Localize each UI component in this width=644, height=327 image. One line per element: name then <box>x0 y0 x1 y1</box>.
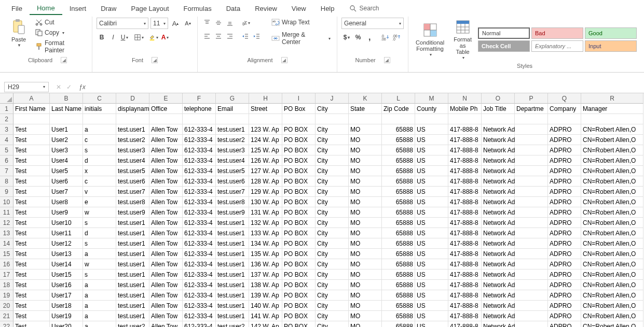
cell[interactable]: Test <box>13 207 50 218</box>
cell[interactable]: Test <box>13 321 50 327</box>
cell[interactable] <box>482 114 515 124</box>
cell[interactable]: test.user1 <box>116 290 149 301</box>
cell[interactable]: v <box>83 187 116 197</box>
cell[interactable]: ADPRO <box>548 176 581 187</box>
cell[interactable] <box>515 135 548 145</box>
cell[interactable]: test.user2 <box>116 321 149 327</box>
cell[interactable]: 65888 <box>382 218 415 228</box>
cell[interactable]: 65888 <box>382 228 415 238</box>
cell[interactable]: Network Admin <box>482 166 515 176</box>
cell[interactable]: 612-333-4 <box>183 145 216 155</box>
cell[interactable]: test.user1 <box>116 249 149 259</box>
cell[interactable]: Allen Tow <box>149 145 183 155</box>
row-header[interactable]: 13 <box>0 228 13 238</box>
cell[interactable] <box>382 114 415 124</box>
cell[interactable]: 138 W. Ap <box>249 280 282 290</box>
cell[interactable]: Network Admin <box>482 228 515 238</box>
column-header[interactable]: F <box>183 93 216 104</box>
cell[interactable]: Network Admin <box>482 249 515 259</box>
cell[interactable]: User17 <box>50 290 83 301</box>
cell[interactable]: 65888 <box>382 124 415 135</box>
cell[interactable]: telephone <box>183 104 216 114</box>
cell[interactable]: MO <box>349 269 382 280</box>
cell[interactable] <box>515 238 548 249</box>
cell[interactable]: User19 <box>50 311 83 321</box>
cell[interactable] <box>515 259 548 269</box>
cell[interactable]: 65888 <box>382 249 415 259</box>
cell[interactable] <box>515 269 548 280</box>
cell[interactable] <box>249 114 282 124</box>
dialog-launcher-icon[interactable]: ◢ <box>281 57 287 63</box>
tab-home[interactable]: Home <box>30 2 62 15</box>
cell[interactable]: MO <box>349 249 382 259</box>
cell[interactable]: 417-888-8 <box>448 187 482 197</box>
cell[interactable]: test.user1 <box>216 269 249 280</box>
cell[interactable]: CN=Robert Allen,O <box>581 311 643 321</box>
cell[interactable]: CN=Robert Allen,O <box>581 135 643 145</box>
italic-button[interactable]: I <box>108 32 118 42</box>
cell[interactable]: Test <box>13 218 50 228</box>
row-header[interactable]: 12 <box>0 218 13 228</box>
cell[interactable]: initials <box>83 104 116 114</box>
cell[interactable]: User7 <box>50 187 83 197</box>
cell[interactable]: PO BOX <box>282 249 316 259</box>
cell[interactable]: Test <box>13 269 50 280</box>
borders-button[interactable]: ▾ <box>134 32 144 42</box>
font-color-button[interactable]: A▾ <box>160 32 170 42</box>
cell[interactable] <box>515 290 548 301</box>
cell[interactable]: test.user1 <box>216 280 249 290</box>
dialog-launcher-icon[interactable]: ◢ <box>61 57 67 63</box>
align-middle-button[interactable] <box>213 18 224 28</box>
cell[interactable]: User4 <box>50 155 83 166</box>
cell[interactable]: City <box>316 124 349 135</box>
cell[interactable]: 65888 <box>382 259 415 269</box>
cell[interactable]: test.user1 <box>116 259 149 269</box>
cell[interactable]: test.user1 <box>116 269 149 280</box>
fx-icon[interactable]: ƒx <box>79 83 86 91</box>
cell[interactable]: Network Admin <box>482 269 515 280</box>
cell[interactable]: test.user6 <box>216 176 249 187</box>
cell[interactable]: CN=Robert Allen,O <box>581 166 643 176</box>
cell[interactable]: Allen Tow <box>149 135 183 145</box>
cell[interactable]: PO BOX <box>282 207 316 218</box>
cell[interactable]: 140 W. Ap <box>249 301 282 311</box>
cell[interactable]: US <box>415 207 448 218</box>
cell[interactable]: s <box>83 145 116 155</box>
column-header[interactable]: A <box>13 93 50 104</box>
tab-data[interactable]: Data <box>219 3 248 15</box>
cell[interactable]: User9 <box>50 207 83 218</box>
cell-style-input[interactable]: Input <box>585 40 637 52</box>
cell[interactable]: CN=Robert Allen,O <box>581 321 643 327</box>
wrap-text-button[interactable]: ab Wrap Text <box>269 18 333 27</box>
cell[interactable]: PO BOX <box>282 311 316 321</box>
cell[interactable]: US <box>415 135 448 145</box>
cell[interactable]: City <box>316 290 349 301</box>
cell[interactable]: US <box>415 145 448 155</box>
cell[interactable]: 417-888-8 <box>448 228 482 238</box>
cell[interactable]: Allen Tow <box>149 197 183 207</box>
cell[interactable]: US <box>415 280 448 290</box>
cell[interactable]: User5 <box>50 166 83 176</box>
row-header[interactable]: 17 <box>0 269 13 280</box>
cell[interactable]: City <box>316 301 349 311</box>
cell[interactable]: MO <box>349 166 382 176</box>
cell[interactable]: PO BOX <box>282 155 316 166</box>
cell[interactable]: displayname <box>116 104 149 114</box>
cell[interactable]: US <box>415 238 448 249</box>
cell[interactable]: 65888 <box>382 176 415 187</box>
cell[interactable]: MO <box>349 228 382 238</box>
cell[interactable] <box>515 166 548 176</box>
cell[interactable]: 612-333-4 <box>183 249 216 259</box>
cell[interactable]: Allen Tow <box>149 249 183 259</box>
cell[interactable]: City <box>316 280 349 290</box>
cell[interactable]: Street <box>249 104 282 114</box>
cell[interactable]: 612-333-4 <box>183 290 216 301</box>
cell[interactable]: Allen Tow <box>149 290 183 301</box>
cell[interactable] <box>515 187 548 197</box>
column-header[interactable]: P <box>515 93 548 104</box>
cell[interactable]: test.user1 <box>116 311 149 321</box>
cell[interactable] <box>515 311 548 321</box>
cell[interactable]: ADPRO <box>548 280 581 290</box>
cell[interactable]: 65888 <box>382 290 415 301</box>
cell[interactable]: Network Admin <box>482 207 515 218</box>
